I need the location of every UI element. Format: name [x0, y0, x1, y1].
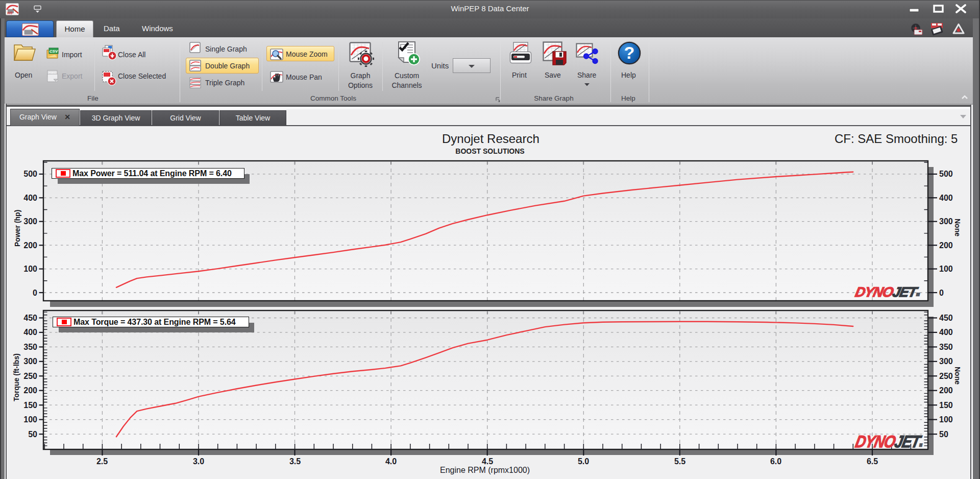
svg-text:100: 100 — [23, 415, 37, 424]
svg-text:450: 450 — [23, 314, 37, 322]
svg-text:300: 300 — [23, 217, 37, 226]
svg-text:200: 200 — [23, 386, 37, 395]
svg-text:DYNOJET■: DYNOJET■ — [854, 284, 923, 300]
svg-text:400: 400 — [939, 194, 953, 202]
svg-text:100: 100 — [939, 415, 953, 424]
svg-text:350: 350 — [939, 343, 953, 351]
svg-text:400: 400 — [23, 194, 37, 202]
svg-text:DYNOJET■: DYNOJET■ — [853, 432, 925, 451]
svg-text:450: 450 — [939, 314, 953, 322]
svg-text:50: 50 — [28, 430, 37, 439]
svg-text:100: 100 — [939, 265, 953, 273]
svg-text:250: 250 — [939, 372, 953, 380]
svg-text:200: 200 — [939, 386, 953, 395]
svg-text:?: ? — [624, 43, 635, 62]
svg-text:300: 300 — [23, 357, 37, 366]
svg-text:350: 350 — [23, 343, 37, 351]
svg-text:150: 150 — [939, 401, 953, 410]
svg-text:500: 500 — [939, 170, 953, 178]
svg-text:400: 400 — [939, 328, 953, 337]
svg-text:200: 200 — [23, 241, 37, 250]
svg-text:150: 150 — [23, 401, 37, 410]
svg-text:50: 50 — [939, 430, 948, 439]
svg-text:W8: W8 — [7, 11, 13, 15]
svg-text:400: 400 — [23, 328, 37, 337]
svg-text:100: 100 — [23, 265, 37, 273]
svg-text:CSV: CSV — [50, 49, 58, 54]
svg-text:500: 500 — [23, 170, 37, 178]
svg-text:250: 250 — [23, 372, 37, 380]
svg-text:200: 200 — [939, 241, 953, 250]
svg-text:0: 0 — [33, 289, 37, 297]
svg-text:0: 0 — [939, 289, 944, 297]
svg-text:300: 300 — [939, 217, 953, 226]
svg-text:300: 300 — [939, 357, 953, 366]
